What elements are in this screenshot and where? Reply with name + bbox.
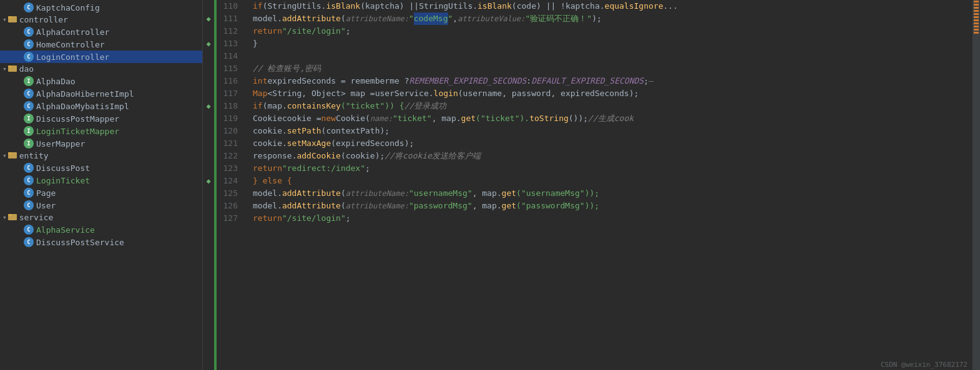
sidebar-item-alphaservice[interactable]: ▸CAlphaService: [0, 223, 202, 236]
sidebar-item-loginticket[interactable]: ▸CLoginTicket: [0, 174, 202, 187]
bookmark-icon: ◆: [206, 14, 210, 23]
token: }: [253, 37, 258, 50]
folder-label: controller: [19, 15, 68, 24]
token: (code) || !: [512, 0, 566, 12]
sidebar-item-kaptchaconfig[interactable]: ▸CKaptchaConfig: [0, 1, 202, 14]
file-label: UserMapper: [36, 139, 85, 148]
class-icon: C: [24, 2, 34, 12]
sidebar-item-alphacontroller[interactable]: ▸CAlphaController: [0, 26, 202, 38]
sidebar-item-entity-folder[interactable]: ▾entity: [0, 150, 202, 162]
sidebar-item-loginticketmapper[interactable]: ▸ILoginTicketMapper: [0, 125, 202, 137]
token: (contextPath);: [321, 125, 390, 137]
line-number: 121: [217, 137, 243, 150]
bookmark-cell: ◆: [203, 175, 214, 187]
token: "usernameMsg": [409, 187, 473, 200]
file-label: LoginController: [36, 52, 109, 62]
token: , map.: [432, 112, 461, 125]
sidebar-item-controller-folder[interactable]: ▾controller: [0, 14, 202, 26]
svg-rect-7: [8, 214, 12, 216]
bookmark-cell: ◆: [203, 12, 214, 25]
token: //将cookie发送给客户端: [385, 150, 481, 162]
sidebar-item-usermapper[interactable]: ▸IUserMapper: [0, 137, 202, 150]
token: //生成coo: [588, 112, 629, 125]
token: );: [592, 12, 602, 25]
token: "/site/login": [282, 212, 346, 225]
sidebar-item-homecontroller[interactable]: ▸CHomeController: [0, 38, 202, 51]
class-icon: C: [24, 89, 34, 99]
token: addAttribute: [282, 12, 341, 25]
sidebar-item-alphadaomybatisimpl[interactable]: ▸CAlphaDaoMybatisImpl: [0, 100, 202, 112]
token: (map.: [263, 100, 287, 112]
token: attributeValue:: [458, 12, 525, 25]
code-line: response.addCookie(cookie);//将cookie发送给客…: [253, 150, 973, 162]
token: } else {: [253, 175, 292, 187]
bookmark-cell: [203, 200, 214, 212]
scrollbar-mark: [974, 19, 979, 21]
token: k: [629, 112, 634, 125]
token: get: [502, 200, 516, 212]
watermark: CSDN @weixin_37682172: [876, 359, 973, 370]
token: .: [321, 0, 326, 12]
code-line: return "/site/login";: [253, 212, 973, 225]
collapse-arrow-icon: ▸: [12, 165, 22, 172]
sidebar-item-discusspostmapper[interactable]: ▸IDiscussPostMapper: [0, 112, 202, 125]
line-number: 112: [217, 25, 243, 37]
file-label: AlphaService: [36, 225, 95, 235]
token: addAttribute: [282, 200, 341, 212]
scrollbar[interactable]: [973, 0, 980, 370]
code-line: cookie.setPath(contextPath);: [253, 125, 973, 137]
collapse-arrow-icon: ▸: [12, 41, 22, 48]
line-number: 110: [217, 0, 243, 12]
token: new: [321, 112, 336, 125]
code-line: model.addAttribute( attributeName: "user…: [253, 187, 973, 200]
scrollbar-mark: [974, 1, 979, 2]
code-line: } else {: [253, 175, 973, 187]
sidebar-item-dao-folder[interactable]: ▾dao: [0, 63, 202, 75]
code-line: }: [253, 37, 973, 50]
folder-shape-icon: [8, 15, 17, 24]
file-label: LoginTicketMapper: [36, 127, 119, 136]
token: "验证码不正确！": [526, 12, 592, 25]
collapse-arrow-icon: ▸: [12, 190, 22, 197]
token: return: [253, 25, 282, 37]
bookmark-cell: [203, 0, 214, 12]
line-number: 117: [217, 87, 243, 100]
class-icon: I: [24, 126, 34, 136]
token: addCookie: [296, 150, 340, 162]
token: (expiredSeconds);: [331, 137, 414, 150]
token: codeMsg: [414, 12, 448, 25]
scrollbar-mark: [974, 13, 979, 15]
token: ("usernameMsg"));: [516, 187, 599, 200]
collapse-arrow-icon: ▸: [12, 140, 22, 147]
token: (: [341, 187, 346, 200]
token: name:: [370, 112, 393, 125]
token: attributeName:: [346, 187, 409, 200]
sidebar-item-user[interactable]: ▸CUser: [0, 199, 202, 212]
code-line: if (StringUtils.isBlank(kaptcha) || Stri…: [253, 0, 973, 12]
token: //登录成功: [404, 100, 447, 112]
token: (: [341, 12, 346, 25]
sidebar-item-logincontroller[interactable]: ▸CLoginController: [0, 51, 202, 63]
sidebar-item-alphadaohibernimpl[interactable]: ▸CAlphaDaoHibernetImpl: [0, 87, 202, 100]
collapse-arrow-icon: ▸: [12, 202, 22, 209]
sidebar-item-page[interactable]: ▸CPage: [0, 187, 202, 199]
sidebar-item-discusspost[interactable]: ▸CDiscussPost: [0, 162, 202, 174]
class-icon: C: [24, 188, 34, 198]
token: .: [277, 200, 282, 212]
scrollbar-mark: [974, 29, 979, 31]
token: ": [409, 12, 414, 25]
sidebar-item-discusspostservice[interactable]: ▸CDiscussPostService: [0, 236, 202, 248]
folder-shape-icon: [8, 64, 17, 74]
collapse-arrow-icon: ▸: [12, 103, 22, 110]
class-icon: C: [24, 225, 34, 235]
token: userService: [375, 87, 429, 100]
token: ;: [346, 25, 351, 37]
token: REMEMBER_EXPIRED_SECONDS: [409, 75, 526, 87]
sidebar-item-service-folder[interactable]: ▾service: [0, 212, 202, 223]
sidebar-item-alphadao[interactable]: ▸IAlphaDao: [0, 75, 202, 87]
bookmark-cell: [203, 212, 214, 225]
file-label: AlphaDao: [36, 77, 76, 86]
bookmark-cell: [203, 87, 214, 100]
line-number: 126: [217, 200, 243, 212]
line-number: 113: [217, 37, 243, 50]
